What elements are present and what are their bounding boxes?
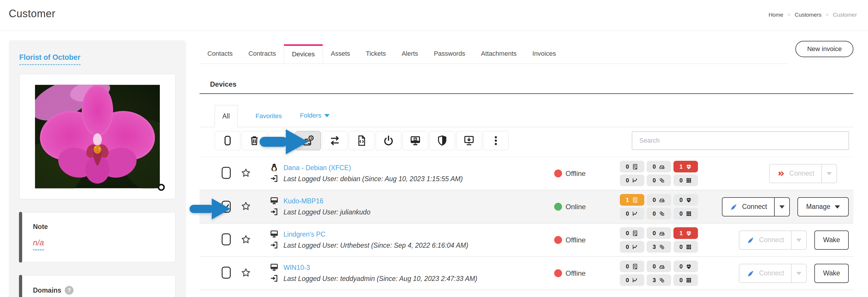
- drive-icon: [659, 263, 665, 270]
- device-toolbar: ?: [199, 131, 854, 150]
- drive-badge[interactable]: 0: [647, 261, 671, 272]
- heartbeat-badge[interactable]: 0: [674, 194, 698, 206]
- tab-invoices[interactable]: Invoices: [524, 44, 564, 64]
- new-invoice-button[interactable]: New invoice: [795, 41, 854, 57]
- heartbeat-badge[interactable]: 0: [674, 261, 698, 272]
- device-name-link[interactable]: Kudo-MBP16: [283, 197, 323, 205]
- connect-dropdown-button[interactable]: [822, 165, 837, 183]
- grid-badge[interactable]: 0: [674, 241, 698, 253]
- heartbeat-badge[interactable]: 1: [674, 227, 698, 239]
- patch-badge[interactable]: 3: [647, 274, 671, 286]
- connect-button[interactable]: Connect: [739, 264, 792, 283]
- subtab-folders[interactable]: Folders: [300, 111, 329, 127]
- toolbar-select-checkbox-button[interactable]: [215, 131, 240, 150]
- toolbar-monitor-install-button[interactable]: [456, 131, 482, 150]
- building-badge[interactable]: 1: [620, 194, 644, 206]
- chevron-down-icon: [324, 114, 330, 120]
- chart-badge[interactable]: 0: [620, 175, 644, 186]
- device-status: Offline: [554, 236, 620, 244]
- connect-button[interactable]: Connect: [770, 165, 822, 183]
- drive-badge[interactable]: 0: [647, 227, 671, 239]
- building-badge[interactable]: 0: [620, 261, 644, 272]
- toolbar-ellipsis-vertical-button[interactable]: [483, 131, 509, 150]
- domains-title: Domains: [33, 287, 61, 294]
- note-value-link[interactable]: n/a: [33, 238, 44, 250]
- tab-contacts[interactable]: Contacts: [199, 44, 241, 64]
- wake-button[interactable]: Wake: [814, 264, 849, 283]
- manage-button[interactable]: Manage: [798, 197, 849, 216]
- toolbar-monitor-question-button[interactable]: ?: [403, 131, 428, 150]
- badge-count: 1: [679, 164, 682, 170]
- tab-contracts[interactable]: Contracts: [241, 44, 284, 64]
- toolbar-transfer-arrows-button[interactable]: [322, 131, 348, 150]
- grid-badge[interactable]: 0: [674, 274, 698, 286]
- grid-icon: [685, 277, 692, 284]
- patch-badge[interactable]: 0: [647, 208, 671, 219]
- breadcrumb-customer: Customer: [833, 12, 857, 18]
- device-name-link[interactable]: Dana - Debian (XFCE): [283, 164, 351, 172]
- device-name-link[interactable]: Lindgren's PC: [283, 231, 326, 238]
- building-icon: [632, 263, 639, 270]
- device-row-1-checkbox[interactable]: [222, 167, 231, 179]
- customer-photo-card: [19, 74, 176, 199]
- page-header: Customer Home>Customers>Customer: [0, 0, 868, 31]
- note-card: Note n/a: [19, 212, 176, 262]
- drive-badge[interactable]: 0: [647, 194, 671, 206]
- building-icon: [632, 164, 639, 170]
- toolbar-folder-button[interactable]: [268, 131, 294, 150]
- last-logged-user: Last Logged User: juliankudo: [283, 208, 370, 216]
- toolbar-trash-button[interactable]: [242, 131, 267, 150]
- favorite-star-icon[interactable]: [240, 201, 251, 212]
- heartbeat-icon: [685, 230, 692, 237]
- connect-dropdown-button[interactable]: [792, 264, 806, 283]
- building-badge[interactable]: 0: [620, 161, 644, 172]
- favorite-star-icon[interactable]: [240, 267, 251, 278]
- toolbar-shield-button[interactable]: [429, 131, 455, 150]
- grid-badge[interactable]: 0: [674, 208, 698, 219]
- tab-passwords[interactable]: Passwords: [426, 44, 473, 64]
- heartbeat-icon: [685, 197, 692, 203]
- device-row-4-checkbox[interactable]: [222, 267, 231, 278]
- manage-label: Manage: [806, 203, 830, 211]
- tab-alerts[interactable]: Alerts: [394, 44, 426, 64]
- connect-button[interactable]: Connect: [722, 198, 775, 216]
- badge-count: 0: [652, 210, 656, 217]
- chart-badge[interactable]: 0: [620, 208, 644, 219]
- device-row-2-checkbox[interactable]: [222, 201, 231, 213]
- patch-badge[interactable]: 0: [647, 175, 671, 186]
- breadcrumb-customers[interactable]: Customers: [795, 12, 822, 18]
- toolbar-file-code-button[interactable]: [349, 131, 374, 150]
- patch-badge[interactable]: 3: [647, 241, 671, 253]
- drive-badge[interactable]: 0: [647, 161, 671, 172]
- connect-dropdown-button[interactable]: [775, 198, 789, 216]
- tab-tickets[interactable]: Tickets: [358, 44, 394, 64]
- device-row-3-checkbox[interactable]: [222, 233, 231, 245]
- tab-attachments[interactable]: Attachments: [473, 44, 524, 64]
- wake-label: Wake: [823, 236, 840, 244]
- subtab-all[interactable]: All: [215, 105, 238, 127]
- status-dot: [554, 269, 562, 277]
- toolbar-device-clock-button[interactable]: [295, 131, 321, 150]
- chart-badge[interactable]: 0: [620, 241, 644, 253]
- connect-dropdown-button[interactable]: [792, 231, 806, 249]
- chart-badge[interactable]: 0: [620, 274, 644, 286]
- toolbar-power-button[interactable]: [376, 131, 401, 150]
- connect-button[interactable]: Connect: [739, 231, 792, 249]
- breadcrumb-home[interactable]: Home: [769, 12, 783, 18]
- question-circle-icon[interactable]: ?: [65, 286, 73, 295]
- building-icon: [632, 230, 639, 237]
- badge-count: 0: [626, 263, 629, 270]
- heartbeat-badge[interactable]: 1: [674, 161, 698, 172]
- tab-devices[interactable]: Devices: [284, 44, 323, 64]
- subtab-favorites[interactable]: Favorites: [255, 112, 282, 127]
- favorite-star-icon[interactable]: [240, 168, 251, 179]
- search-input[interactable]: [632, 131, 849, 150]
- customer-name-link[interactable]: Florist of October: [19, 53, 81, 65]
- tab-assets[interactable]: Assets: [323, 44, 358, 64]
- favorite-star-icon[interactable]: [240, 234, 251, 245]
- device-name-link[interactable]: WIN10-3: [283, 264, 310, 272]
- patch-icon: [659, 244, 665, 250]
- building-badge[interactable]: 0: [620, 227, 644, 239]
- grid-badge[interactable]: 0: [674, 175, 698, 186]
- wake-button[interactable]: Wake: [814, 231, 849, 250]
